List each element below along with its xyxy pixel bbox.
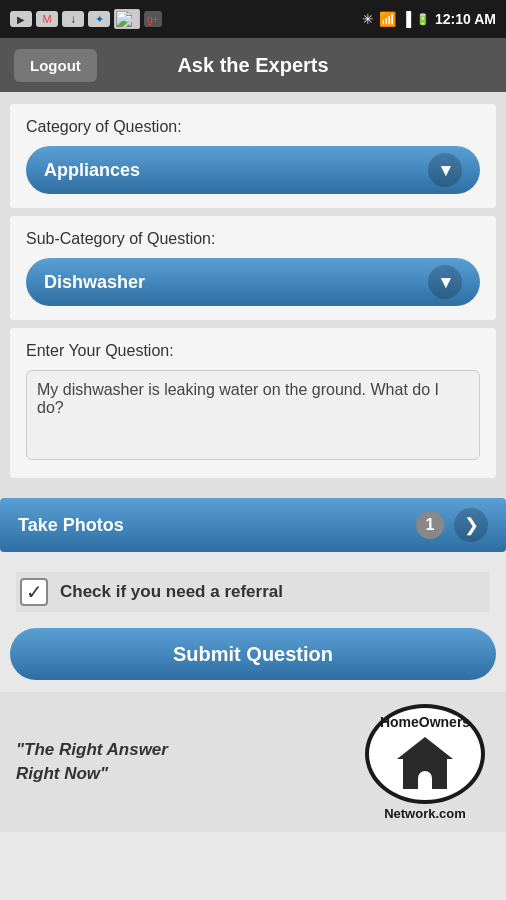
download-icon: ↓ xyxy=(62,11,84,27)
logout-button[interactable]: Logout xyxy=(14,49,97,82)
photo-count-badge: 1 xyxy=(416,511,444,539)
category-dropdown-value: Appliances xyxy=(44,160,140,181)
take-photos-arrow-icon: ❯ xyxy=(454,508,488,542)
footer-tagline: "The Right Answer Right Now" xyxy=(16,738,216,786)
category-label: Category of Question: xyxy=(26,118,480,136)
bluetooth-icon: ✳ xyxy=(362,11,374,27)
subcategory-card: Sub-Category of Question: Dishwasher ▾ xyxy=(10,216,496,320)
referral-checkbox[interactable]: ✓ xyxy=(20,578,48,606)
battery-container: 🔋 xyxy=(416,13,430,26)
category-dropdown[interactable]: Appliances ▾ xyxy=(26,146,480,194)
hon-body xyxy=(403,759,447,789)
hon-top-text: HomeOwners xyxy=(369,714,481,731)
app-header: Logout Ask the Experts xyxy=(0,38,506,92)
gplus-icon: g+ xyxy=(144,11,162,27)
signal-icon: ▐ xyxy=(401,11,411,27)
hon-bottom-text: Network.com xyxy=(384,806,466,821)
referral-row[interactable]: ✓ Check if you need a referral xyxy=(16,572,490,612)
page-title: Ask the Experts xyxy=(177,54,328,77)
subcategory-chevron-icon: ▾ xyxy=(428,265,462,299)
battery-level-icon: 🔋 xyxy=(416,13,430,26)
status-icons-right: ✳ 📶 ▐ 🔋 12:10 AM xyxy=(362,11,496,27)
wifi-icon: 📶 xyxy=(379,11,396,27)
referral-label: Check if you need a referral xyxy=(60,582,283,602)
hon-logo: HomeOwners Network.com xyxy=(360,702,490,822)
submit-button[interactable]: Submit Question xyxy=(10,628,496,680)
subcategory-label: Sub-Category of Question: xyxy=(26,230,480,248)
main-content: Category of Question: Appliances ▾ Sub-C… xyxy=(0,92,506,498)
take-photos-label: Take Photos xyxy=(18,515,124,536)
subcategory-dropdown[interactable]: Dishwasher ▾ xyxy=(26,258,480,306)
category-card: Category of Question: Appliances ▾ xyxy=(10,104,496,208)
hon-roof xyxy=(397,737,453,759)
cassette-icon: ▶ xyxy=(10,11,32,27)
submit-container: Submit Question xyxy=(0,622,506,692)
question-input[interactable] xyxy=(26,370,480,460)
footer: "The Right Answer Right Now" HomeOwners … xyxy=(0,692,506,832)
category-chevron-icon: ▾ xyxy=(428,153,462,187)
dropbox-icon: ✦ xyxy=(88,11,110,27)
hon-door xyxy=(418,771,432,789)
status-bar: ▶ M ↓ ✦ g+ ✳ 📶 ▐ 🔋 12:10 AM xyxy=(0,0,506,38)
subcategory-dropdown-value: Dishwasher xyxy=(44,272,145,293)
hon-house-icon xyxy=(397,737,453,789)
status-icons-left: ▶ M ↓ ✦ g+ xyxy=(10,9,162,29)
question-card: Enter Your Question: xyxy=(10,328,496,478)
gmail-icon: M xyxy=(36,11,58,27)
question-label: Enter Your Question: xyxy=(26,342,480,360)
time-display: 12:10 AM xyxy=(435,11,496,27)
take-photos-controls: 1 ❯ xyxy=(416,508,488,542)
photo-icon xyxy=(114,9,140,29)
hon-oval: HomeOwners xyxy=(365,704,485,804)
referral-container: ✓ Check if you need a referral xyxy=(0,564,506,620)
take-photos-row[interactable]: Take Photos 1 ❯ xyxy=(0,498,506,552)
